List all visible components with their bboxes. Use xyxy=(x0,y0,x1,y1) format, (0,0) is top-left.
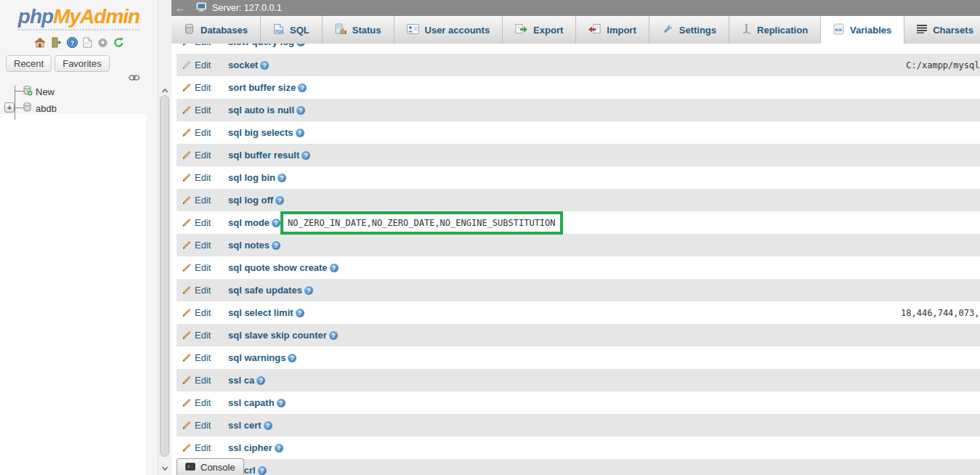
console-button[interactable]: Console xyxy=(177,458,244,475)
edit-link[interactable]: Edit xyxy=(182,105,222,115)
tree-item-new[interactable]: New xyxy=(23,85,54,98)
help-icon[interactable] xyxy=(298,84,307,92)
help-icon[interactable] xyxy=(288,354,296,362)
refresh-icon[interactable] xyxy=(113,37,124,48)
table-row: Edit sql safe updates OFF xyxy=(177,279,980,301)
database-icon xyxy=(23,102,33,115)
help-icon[interactable] xyxy=(272,241,280,250)
edit-link[interactable]: Edit xyxy=(182,82,222,93)
table-row: Edit sql auto is null OFF xyxy=(177,99,980,121)
server-breadcrumb[interactable]: Server: 127.0.0.1 xyxy=(196,2,282,15)
variable-value: 18,446,744,073,709,551,616 xyxy=(901,308,980,318)
phpmyadmin-logo[interactable]: phpMyAdmin xyxy=(18,5,139,31)
tab-charsets[interactable]: Charsets xyxy=(904,16,980,44)
server-topbar: ← Server: 127.0.0.1 xyxy=(171,0,980,16)
edit-link[interactable]: Edit xyxy=(182,442,222,453)
server-monitor-icon xyxy=(196,2,208,15)
pencil-icon xyxy=(182,375,191,385)
table-row: Edit sql slave skip counter 0 xyxy=(177,324,980,346)
help-icon[interactable] xyxy=(272,219,280,227)
help-icon[interactable] xyxy=(258,466,267,475)
edit-link[interactable]: Edit xyxy=(182,262,222,273)
edit-link[interactable]: Edit xyxy=(182,172,222,183)
edit-link[interactable]: Edit xyxy=(182,60,222,70)
help-icon[interactable] xyxy=(278,174,286,182)
console-icon xyxy=(185,462,195,473)
table-row: Edit sql quote show create ON xyxy=(177,256,980,279)
edit-link[interactable]: Edit xyxy=(182,397,222,408)
scroll-up-icon[interactable] xyxy=(161,85,169,94)
edit-link[interactable]: Edit xyxy=(182,195,222,206)
favorites-tab[interactable]: Favorites xyxy=(54,55,109,72)
help-icon[interactable] xyxy=(304,286,313,295)
svg-text:SQL: SQL xyxy=(275,28,285,33)
edit-link[interactable]: Edit xyxy=(182,44,222,47)
help-icon[interactable] xyxy=(296,44,305,46)
variable-name: sort buffer size xyxy=(228,82,296,93)
variable-name: socket xyxy=(228,60,258,70)
import-icon xyxy=(588,23,601,36)
help-icon[interactable] xyxy=(330,264,339,272)
tab-import[interactable]: Import xyxy=(576,16,649,44)
tab-settings[interactable]: Settings xyxy=(649,16,729,44)
tab-status[interactable]: Status xyxy=(323,16,394,44)
help-icon[interactable] xyxy=(256,376,265,385)
scroll-down-icon[interactable] xyxy=(161,463,169,471)
help-icon[interactable] xyxy=(329,331,338,340)
edit-link[interactable]: Edit xyxy=(182,307,222,318)
server-tab-bar: Databases SQL SQL Status User accounts E… xyxy=(171,16,980,44)
edit-link[interactable]: Edit xyxy=(182,420,222,431)
user-accounts-icon xyxy=(407,24,419,36)
tree-expander-abdb[interactable] xyxy=(4,102,15,113)
edit-link[interactable]: Edit xyxy=(182,330,222,341)
help-icon[interactable] xyxy=(275,444,283,452)
pencil-icon xyxy=(182,105,191,115)
sidebar-toolbar: ? xyxy=(0,35,158,49)
tab-user-accounts[interactable]: User accounts xyxy=(394,16,503,44)
variable-name: sql warnings xyxy=(228,352,286,363)
pencil-icon xyxy=(182,421,191,430)
docs-icon[interactable] xyxy=(83,37,92,48)
help-icon[interactable] xyxy=(301,151,310,160)
help-icon[interactable] xyxy=(296,129,304,137)
sidebar-scrollbar[interactable] xyxy=(158,0,171,475)
variable-name: sql select limit xyxy=(228,307,293,318)
recent-tab[interactable]: Recent xyxy=(6,55,52,72)
edit-link[interactable]: Edit xyxy=(182,285,222,296)
tab-databases[interactable]: Databases xyxy=(171,16,261,44)
table-row: Edit sql log off OFF xyxy=(177,189,980,211)
edit-link[interactable]: Edit xyxy=(182,375,222,386)
tab-label: Charsets xyxy=(933,25,973,36)
pencil-icon xyxy=(182,44,191,46)
gear-icon[interactable] xyxy=(97,37,108,48)
edit-link[interactable]: Edit xyxy=(182,217,222,228)
home-icon[interactable] xyxy=(34,37,46,48)
tab-sql[interactable]: SQL SQL xyxy=(261,16,323,44)
tab-export[interactable]: Export xyxy=(503,16,576,44)
table-row: Edit sql warnings OFF xyxy=(177,346,980,369)
edit-link[interactable]: Edit xyxy=(182,352,222,363)
tab-replication[interactable]: Replication xyxy=(729,16,821,44)
console-label: Console xyxy=(201,462,235,473)
edit-link[interactable]: Edit xyxy=(182,150,222,161)
edit-link[interactable]: Edit xyxy=(182,127,222,138)
help-icon[interactable] xyxy=(296,106,305,115)
tree-item-abdb[interactable]: abdb xyxy=(23,102,57,115)
edit-link[interactable]: Edit xyxy=(182,240,222,251)
help-icon[interactable] xyxy=(275,196,284,205)
help-icon[interactable] xyxy=(264,421,272,430)
pencil-icon xyxy=(182,398,191,407)
help-icon[interactable] xyxy=(296,309,304,317)
logo-php: php xyxy=(18,5,53,28)
scrollbar-thumb[interactable] xyxy=(160,95,169,457)
link-icon[interactable] xyxy=(129,71,140,84)
help-icon[interactable] xyxy=(260,61,269,70)
logout-icon[interactable] xyxy=(51,37,62,48)
tab-variables[interactable]: «» Variables xyxy=(821,16,904,44)
help-circle-icon[interactable]: ? xyxy=(67,37,78,48)
collapse-nav-arrow[interactable]: ← xyxy=(171,2,189,14)
help-icon[interactable] xyxy=(277,399,286,407)
variable-name: sql slave skip counter xyxy=(228,330,327,341)
table-row: Edit ssl cipher xyxy=(177,437,980,459)
pencil-icon xyxy=(182,240,191,250)
